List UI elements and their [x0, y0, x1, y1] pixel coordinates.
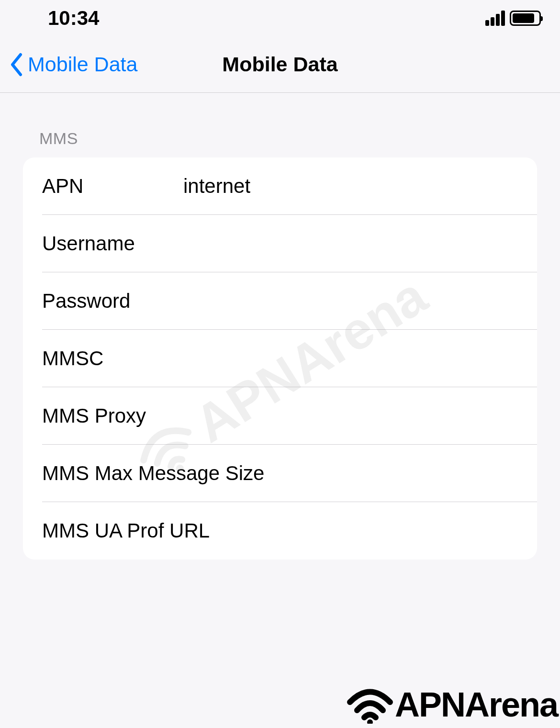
mms-proxy-label: MMS Proxy [42, 404, 146, 427]
section-header-mms: MMS [23, 129, 537, 148]
mms-max-size-row[interactable]: MMS Max Message Size [23, 445, 537, 502]
mmsc-label: MMSC [42, 347, 157, 370]
back-label: Mobile Data [28, 53, 137, 76]
battery-icon [510, 11, 541, 26]
status-bar: 10:34 [0, 0, 560, 36]
mmsc-field[interactable] [157, 347, 537, 370]
content-area: MMS APN Username Password MMSC MMS Proxy [0, 93, 560, 560]
apn-row[interactable]: APN [23, 157, 537, 215]
status-indicators [485, 11, 541, 26]
password-field[interactable] [157, 290, 537, 313]
brand-footer: APNArena [346, 685, 558, 724]
mms-proxy-field[interactable] [146, 404, 537, 427]
mms-settings-group: APN Username Password MMSC MMS Proxy MMS… [23, 157, 537, 560]
mms-ua-prof-url-field[interactable] [210, 519, 537, 542]
password-label: Password [42, 290, 157, 313]
chevron-left-icon [10, 53, 23, 77]
password-row[interactable]: Password [23, 272, 537, 330]
cell-signal-icon [485, 11, 505, 26]
brand-text: APNArena [395, 685, 558, 724]
status-time: 10:34 [48, 7, 99, 30]
page-title: Mobile Data [222, 53, 337, 76]
svg-point-1 [367, 719, 373, 724]
back-button[interactable]: Mobile Data [10, 53, 137, 77]
mms-max-size-field[interactable] [264, 462, 537, 485]
mms-ua-prof-url-row[interactable]: MMS UA Prof URL [23, 502, 537, 560]
apn-field[interactable] [183, 175, 537, 198]
username-label: Username [42, 232, 157, 255]
mms-proxy-row[interactable]: MMS Proxy [23, 387, 537, 445]
username-row[interactable]: Username [23, 215, 537, 272]
mms-ua-prof-url-label: MMS UA Prof URL [42, 519, 210, 542]
wifi-icon [346, 685, 394, 724]
mmsc-row[interactable]: MMSC [23, 330, 537, 387]
apn-label: APN [42, 175, 183, 198]
mms-max-size-label: MMS Max Message Size [42, 462, 264, 485]
navigation-bar: Mobile Data Mobile Data [0, 36, 560, 93]
username-field[interactable] [157, 232, 537, 255]
